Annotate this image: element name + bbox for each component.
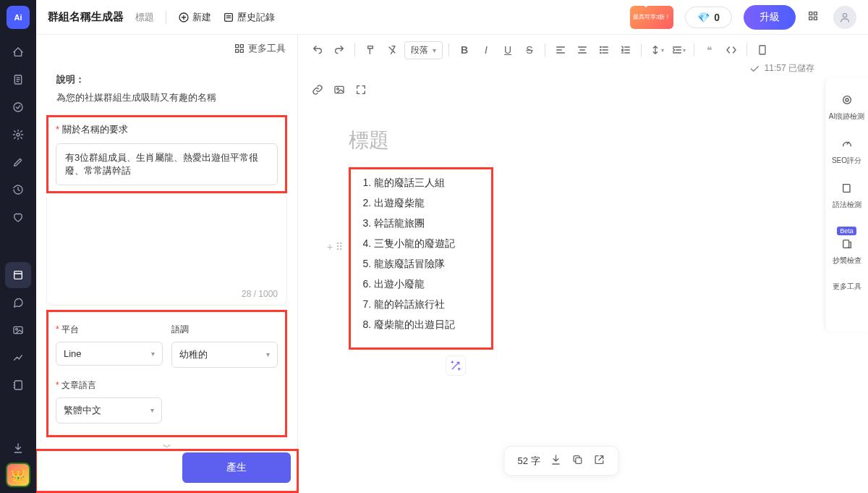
- svg-point-26: [846, 98, 848, 101]
- more-label: 更多工具: [833, 282, 861, 291]
- copy-icon[interactable]: [572, 454, 584, 468]
- link-icon[interactable]: [308, 80, 327, 99]
- svg-point-1: [14, 103, 22, 111]
- result-item[interactable]: 出遊廢柴龍: [374, 193, 482, 213]
- svg-point-2: [17, 133, 20, 136]
- result-item[interactable]: 龍族廢話冒險隊: [374, 253, 482, 274]
- save-time: 11:57 已儲存: [765, 62, 814, 75]
- fullscreen-icon[interactable]: [352, 80, 370, 99]
- align-left-icon[interactable]: [551, 41, 570, 59]
- apps-icon[interactable]: [807, 10, 822, 25]
- crown-icon[interactable]: 👑: [6, 463, 30, 487]
- history-icon: [223, 12, 234, 23]
- plus-icon: [178, 12, 190, 23]
- result-list[interactable]: 龍的廢話三人組出遊廢柴龍幹話龍旅團三隻小龍的廢遊記龍族廢話冒險隊出遊小廢龍龍的幹…: [359, 172, 482, 334]
- book-icon: [841, 182, 853, 198]
- open-icon[interactable]: [594, 454, 605, 468]
- quote-icon[interactable]: ❝: [700, 41, 719, 59]
- gear-icon[interactable]: [5, 122, 31, 148]
- result-item[interactable]: 三隻小龍的廢遊記: [374, 233, 482, 253]
- svg-rect-4: [14, 326, 22, 333]
- history-button[interactable]: 歷史記錄: [223, 11, 275, 24]
- grammar-button[interactable]: 語法檢測: [825, 175, 868, 216]
- beta-badge: Beta: [837, 227, 856, 235]
- platform-value: Line: [64, 348, 82, 359]
- left-rail: Ai 👑: [0, 0, 36, 493]
- underline-button[interactable]: U: [498, 41, 517, 59]
- tone-select[interactable]: 幼稚的 ▾: [171, 342, 278, 368]
- promo-badge[interactable]: 最高可享3折！: [630, 6, 673, 29]
- seo-button[interactable]: SEO評分: [825, 131, 868, 172]
- avatar[interactable]: [833, 6, 856, 29]
- editor-panel: 段落▾ B I U S ▾ ▾ ❝: [298, 35, 825, 493]
- document-icon[interactable]: [5, 67, 31, 93]
- home-icon[interactable]: [5, 39, 31, 65]
- redo-button[interactable]: [330, 41, 349, 59]
- title-placeholder[interactable]: 標題: [349, 127, 774, 154]
- template-icon[interactable]: [5, 262, 31, 288]
- requirements-textarea[interactable]: 28 / 1000: [46, 197, 287, 306]
- history-icon[interactable]: [5, 177, 31, 203]
- indent-icon[interactable]: ▾: [669, 41, 688, 59]
- svg-point-18: [600, 46, 601, 47]
- result-item[interactable]: 出遊小廢龍: [374, 274, 482, 294]
- check-icon[interactable]: [5, 94, 31, 120]
- diamond-count[interactable]: 💎 0: [685, 7, 732, 28]
- undo-button[interactable]: [308, 41, 327, 59]
- paragraph-select[interactable]: 段落▾: [404, 41, 443, 59]
- notebook-icon[interactable]: [5, 372, 31, 398]
- platform-select[interactable]: Line ▾: [56, 342, 163, 366]
- requirements-input[interactable]: 有3位群組成員、生肖屬龍、熱愛出遊但平常很廢、常常講幹話: [56, 143, 278, 185]
- heart-icon[interactable]: [5, 204, 31, 230]
- code-icon[interactable]: [722, 41, 741, 59]
- list-ul-icon[interactable]: [595, 41, 613, 59]
- svg-rect-22: [335, 86, 344, 93]
- ai-detect-label: AI痕跡檢測: [829, 112, 864, 121]
- result-item[interactable]: 幹話龍旅團: [374, 213, 482, 233]
- align-center-icon[interactable]: [573, 41, 592, 59]
- add-block-handle[interactable]: + ⠿: [327, 241, 343, 253]
- result-item[interactable]: 龍的廢話三人組: [374, 172, 482, 193]
- generate-button[interactable]: 產生: [182, 452, 291, 483]
- image-insert-icon[interactable]: [330, 80, 349, 99]
- grid-icon: [234, 43, 245, 54]
- line-height-icon[interactable]: ▾: [647, 41, 666, 59]
- image-icon[interactable]: [5, 317, 31, 343]
- editor-body[interactable]: 標題 + ⠿ 龍的廢話三人組出遊廢柴龍幹話龍旅團三隻小龍的廢遊記龍族廢話冒險隊出…: [298, 105, 825, 493]
- new-button[interactable]: 新建: [178, 11, 211, 24]
- app-title: 群組名稱生成器: [48, 10, 124, 24]
- collapse-icon[interactable]: ︾: [163, 442, 171, 454]
- download-icon[interactable]: [5, 435, 31, 461]
- download-icon[interactable]: [550, 454, 562, 468]
- pencil-icon[interactable]: [5, 149, 31, 175]
- list-ol-icon[interactable]: [616, 41, 635, 59]
- magic-button[interactable]: [446, 355, 466, 376]
- svg-rect-11: [809, 17, 812, 20]
- doc-title[interactable]: 標題: [135, 11, 154, 24]
- svg-rect-15: [240, 45, 243, 48]
- chat-icon[interactable]: [5, 290, 31, 316]
- upgrade-button[interactable]: 升級: [744, 5, 796, 30]
- app-logo[interactable]: Ai: [7, 6, 30, 29]
- chevron-down-icon: ▾: [150, 406, 154, 414]
- ai-detect-button[interactable]: AI痕跡檢測: [825, 87, 868, 128]
- page-icon[interactable]: [753, 41, 772, 59]
- italic-button[interactable]: I: [477, 41, 495, 59]
- strike-button[interactable]: S: [520, 41, 539, 59]
- bold-button[interactable]: B: [455, 41, 474, 59]
- desc-label: 說明：: [56, 71, 277, 88]
- svg-point-23: [337, 88, 339, 90]
- clear-format-icon[interactable]: [383, 41, 401, 59]
- plagiarism-button[interactable]: Beta 抄襲檢查: [825, 219, 868, 272]
- word-count: 52 字: [517, 455, 540, 468]
- result-item[interactable]: 龍的幹話旅行社: [374, 294, 482, 314]
- req-label: 關於名稱的要求: [56, 123, 278, 136]
- svg-rect-12: [814, 17, 817, 20]
- more-tools-right[interactable]: 更多工具: [825, 275, 868, 298]
- more-tools-button[interactable]: 更多工具: [234, 42, 286, 55]
- share-icon[interactable]: [5, 345, 31, 371]
- gauge-icon: [841, 138, 853, 153]
- format-paint-icon[interactable]: [361, 41, 380, 59]
- result-item[interactable]: 廢柴龍的出遊日記: [374, 314, 482, 334]
- language-select[interactable]: 繁體中文 ▾: [56, 397, 162, 424]
